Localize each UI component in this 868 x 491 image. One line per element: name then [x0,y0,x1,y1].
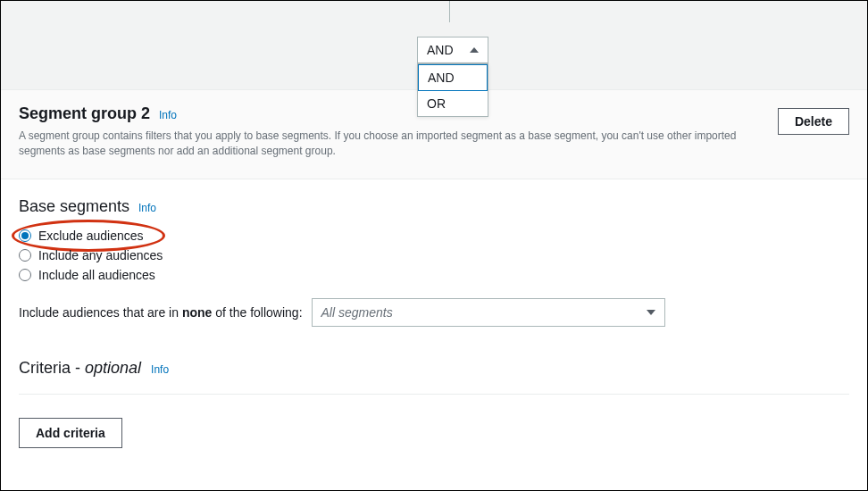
chevron-up-icon [470,47,479,53]
segment-group-info-link[interactable]: Info [159,109,177,121]
criteria-info-link[interactable]: Info [151,363,169,376]
segment-group-body: Base segments Info Exclude audiences Inc… [1,179,867,457]
divider [19,394,849,395]
include-text-bold: none [182,305,212,320]
criteria-section: Criteria - optional Info [19,359,849,378]
radio-icon [19,249,31,262]
delete-button[interactable]: Delete [778,108,849,135]
criteria-title-pre: Criteria - [19,359,85,377]
include-text-pre: Include audiences that are in [19,305,182,320]
base-segments-section: Base segments Info Exclude audiences Inc… [19,197,849,327]
criteria-title: Criteria - optional [19,359,146,377]
include-audiences-row: Include audiences that are in none of th… [19,298,849,327]
radio-icon [19,229,31,242]
operator-option-or[interactable]: OR [418,91,488,116]
segments-select-placeholder: All segments [321,305,647,320]
radio-exclude-audiences[interactable]: Exclude audiences [19,229,849,243]
operator-dropdown-menu: AND OR [417,63,488,117]
connector-line [449,1,450,22]
include-text-post: of the following: [212,305,302,320]
radio-icon [19,269,31,281]
add-criteria-button[interactable]: Add criteria [19,418,122,448]
radio-label: Exclude audiences [38,229,144,243]
operator-selected-value: AND [427,43,454,57]
segment-group-description: A segment group contains filters that yo… [19,129,751,159]
operator-dropdown-trigger[interactable]: AND [417,37,488,63]
operator-dropdown[interactable]: AND AND OR [417,37,488,117]
criteria-optional-label: optional [85,359,141,377]
base-segments-info-link[interactable]: Info [138,202,156,214]
audience-radio-group: Exclude audiences Include any audiences … [19,229,849,282]
radio-label: Include all audiences [38,268,155,282]
radio-include-any-audiences[interactable]: Include any audiences [19,248,849,262]
top-connector-band: AND AND OR [1,1,867,90]
segment-group-title: Segment group 2 [19,104,150,122]
include-text: Include audiences that are in none of th… [19,305,303,320]
base-segments-title: Base segments [19,197,129,215]
chevron-down-icon [647,310,655,315]
segments-select[interactable]: All segments [312,298,665,327]
radio-include-all-audiences[interactable]: Include all audiences [19,268,849,282]
radio-label: Include any audiences [38,248,163,262]
operator-option-and[interactable]: AND [418,64,488,91]
